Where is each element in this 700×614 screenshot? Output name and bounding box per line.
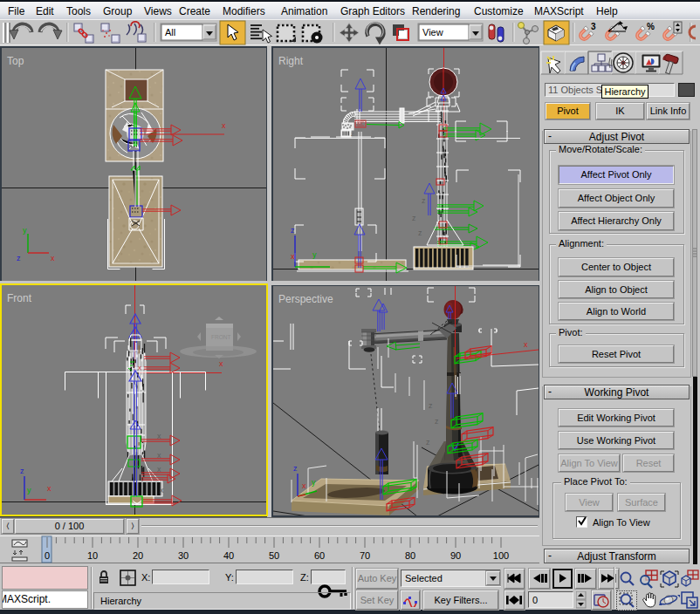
svg-text:z: z [293, 464, 298, 473]
svg-text:y: y [23, 226, 27, 235]
svg-text:x: x [157, 432, 161, 440]
svg-text:z: z [351, 130, 354, 138]
svg-text:60: 60 [314, 550, 325, 561]
svg-text:x: x [291, 252, 295, 261]
svg-text:%: % [647, 22, 655, 31]
svg-text:x: x [47, 484, 51, 493]
svg-text:y: y [27, 486, 31, 495]
svg-text:10: 10 [87, 550, 98, 561]
svg-text:Top: Top [7, 55, 24, 67]
svg-text:x: x [160, 486, 164, 495]
svg-text:All: All [165, 27, 175, 38]
svg-text:z: z [17, 254, 21, 263]
svg-text:y: y [312, 478, 316, 487]
svg-text:90: 90 [450, 550, 461, 561]
svg-text:z: z [412, 214, 416, 222]
svg-text:Perspective: Perspective [278, 293, 333, 305]
svg-text:z: z [291, 226, 295, 235]
svg-text:y: y [312, 250, 317, 259]
svg-text:40: 40 [223, 550, 234, 561]
svg-text:70: 70 [360, 550, 370, 561]
svg-text:80: 80 [405, 550, 415, 561]
svg-text:x: x [524, 340, 528, 349]
svg-text:z: z [418, 229, 422, 237]
svg-text:z: z [422, 196, 426, 205]
svg-text:x: x [157, 451, 161, 460]
svg-text:Right: Right [278, 55, 304, 67]
svg-text:x: x [222, 121, 226, 130]
svg-text:30: 30 [178, 550, 189, 561]
svg-text:50: 50 [269, 550, 279, 561]
svg-text:x: x [138, 364, 141, 372]
svg-text:z: z [435, 417, 439, 426]
svg-text:0: 0 [45, 550, 50, 561]
svg-text:Front: Front [7, 292, 32, 304]
svg-text:x: x [302, 481, 306, 490]
svg-text:View: View [422, 27, 443, 38]
svg-text:FRONT: FRONT [211, 334, 230, 340]
svg-text:x: x [219, 359, 223, 368]
svg-text:20: 20 [133, 550, 143, 561]
svg-text:z: z [429, 401, 433, 410]
svg-text:3: 3 [591, 22, 596, 31]
svg-text:z: z [426, 438, 430, 447]
svg-text:z: z [20, 467, 24, 475]
svg-text:100: 100 [493, 550, 509, 561]
svg-text:x: x [157, 465, 161, 474]
svg-text:x: x [51, 254, 55, 263]
